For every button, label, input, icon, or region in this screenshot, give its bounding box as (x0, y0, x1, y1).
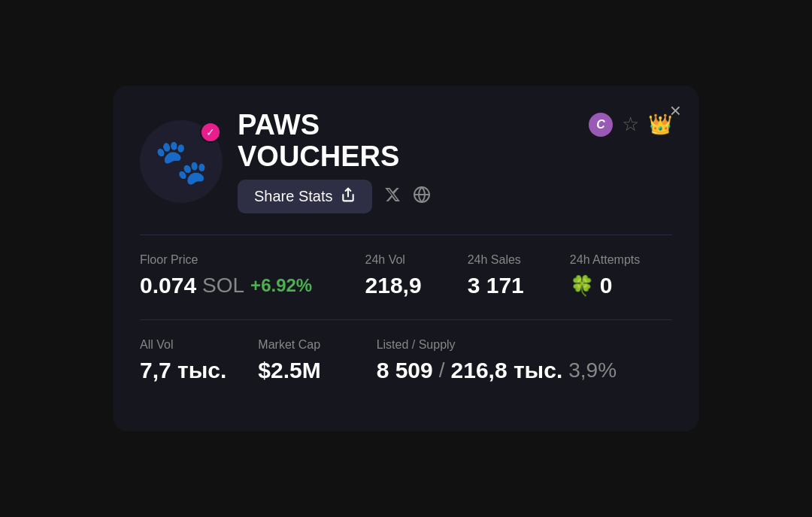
attempts-number: 0 (600, 273, 613, 298)
title-section: PAWS VOUCHERS C ☆ 👑 Share Stats (238, 110, 672, 214)
share-icon (341, 187, 356, 206)
stats-section-1: Floor Price 0.074 SOL +6.92% 24h Vol 218… (140, 253, 672, 298)
all-vol-block: All Vol 7,7 тыс. (140, 338, 258, 383)
slash-separator: / (439, 358, 445, 382)
sales-24h-block: 24h Sales 3 171 (468, 253, 570, 298)
divider (140, 234, 672, 235)
listed-supply-label: Listed / Supply (377, 338, 672, 352)
floor-price-change: +6.92% (250, 275, 312, 296)
sales-24h-label: 24h Sales (468, 253, 570, 267)
avatar-wrapper: 🐾 ✓ (140, 120, 223, 203)
listed-supply-value: 8 509 / 216,8 тыс. 3,9% (377, 358, 672, 383)
market-cap-block: Market Cap $2.5M (258, 338, 376, 383)
star-icon[interactable]: ☆ (622, 113, 639, 136)
icon-group: C ☆ 👑 (589, 113, 672, 137)
sol-currency: SOL (202, 274, 244, 298)
vol-24h-block: 24h Vol 218,9 (365, 253, 468, 298)
clover-icon: 🍀 (570, 274, 594, 298)
sales-24h-value: 3 171 (468, 273, 570, 298)
stats-section-2: All Vol 7,7 тыс. Market Cap $2.5M Listed… (140, 338, 672, 383)
listed-supply-block: Listed / Supply 8 509 / 216,8 тыс. 3,9% (377, 338, 672, 383)
action-row: Share Stats (238, 180, 672, 213)
x-twitter-icon[interactable] (384, 186, 401, 207)
close-button[interactable]: × (670, 101, 681, 120)
supply-pct: 3,9% (568, 358, 617, 382)
supply-number: 216,8 тыс. (451, 358, 563, 383)
listed-number: 8 509 (377, 358, 433, 383)
crown-icon: 👑 (648, 113, 672, 136)
globe-icon[interactable] (413, 186, 431, 208)
modal-header: 🐾 ✓ PAWS VOUCHERS C ☆ 👑 Share Stats (140, 110, 672, 214)
share-stats-button[interactable]: Share Stats (238, 180, 372, 213)
market-cap-value: $2.5M (258, 358, 376, 383)
floor-price-label: Floor Price (140, 253, 365, 267)
collection-name: PAWS VOUCHERS (238, 110, 399, 173)
share-stats-label: Share Stats (254, 188, 333, 205)
vol-24h-label: 24h Vol (365, 253, 468, 267)
nft-stats-modal: × 🐾 ✓ PAWS VOUCHERS C ☆ 👑 (113, 86, 699, 432)
floor-price-number: 0.074 (140, 273, 196, 298)
attempts-24h-value: 🍀 0 (570, 273, 672, 298)
vol-24h-value: 218,9 (365, 273, 468, 298)
paw-icon: 🐾 (154, 140, 208, 183)
stats-row-2: All Vol 7,7 тыс. Market Cap $2.5M Listed… (140, 338, 672, 383)
all-vol-value: 7,7 тыс. (140, 358, 258, 383)
attempts-24h-label: 24h Attempts (570, 253, 672, 267)
verified-badge: ✓ (200, 122, 221, 143)
title-row: PAWS VOUCHERS C ☆ 👑 (238, 110, 672, 173)
all-vol-label: All Vol (140, 338, 258, 352)
market-cap-label: Market Cap (258, 338, 376, 352)
coinmarketcap-icon[interactable]: C (589, 113, 613, 137)
attempts-24h-block: 24h Attempts 🍀 0 (570, 253, 672, 298)
divider-2 (140, 319, 672, 320)
floor-price-block: Floor Price 0.074 SOL +6.92% (140, 253, 365, 298)
stats-row-1: Floor Price 0.074 SOL +6.92% 24h Vol 218… (140, 253, 672, 298)
floor-price-value: 0.074 SOL +6.92% (140, 273, 365, 298)
